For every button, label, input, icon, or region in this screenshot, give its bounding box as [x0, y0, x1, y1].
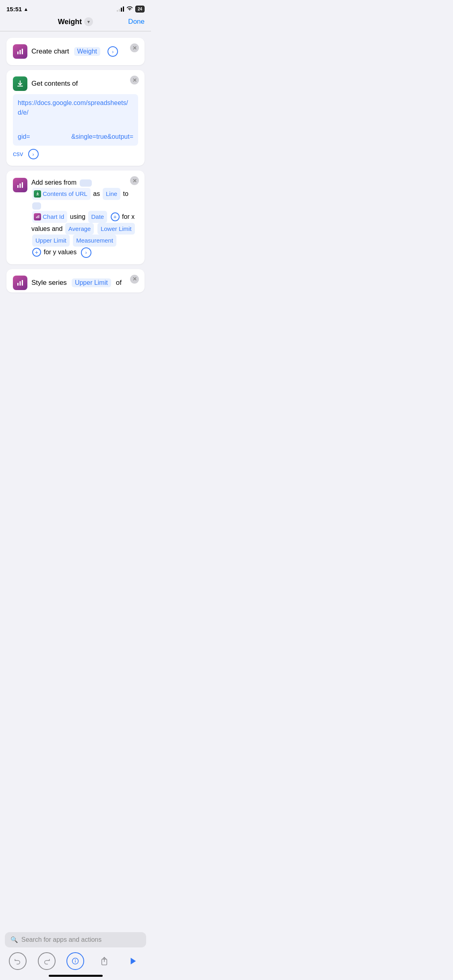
- card1-close-button[interactable]: ✕: [130, 43, 139, 52]
- chart-app-icon: [13, 44, 27, 59]
- contents-of-url-token[interactable]: Contents of URL: [32, 188, 91, 200]
- svg-rect-1: [20, 50, 21, 54]
- card2-arrow-icon[interactable]: ›: [28, 149, 39, 159]
- nav-chevron-icon[interactable]: ▾: [84, 17, 93, 26]
- nav-title[interactable]: Weight ▾: [58, 17, 93, 26]
- chart-id-token[interactable]: Chart Id: [32, 211, 67, 223]
- svg-rect-4: [17, 185, 19, 188]
- create-chart-card: Create chart Weight › ✕: [6, 38, 145, 65]
- url-csv: csv: [13, 149, 23, 159]
- style-series-label: Style series: [31, 279, 67, 287]
- main-scroll-area: Create chart Weight › ✕ Get contents of …: [0, 31, 151, 292]
- svg-rect-5: [20, 183, 21, 188]
- line-token[interactable]: Line: [103, 188, 120, 200]
- card3-arrow-icon[interactable]: ›: [81, 247, 91, 258]
- card3-close-button[interactable]: ✕: [130, 176, 139, 185]
- add-series-label: Add series from: [31, 179, 77, 186]
- style-series-card: Style series Upper Limit of ✕: [6, 269, 145, 292]
- svg-rect-11: [17, 283, 19, 286]
- url-text: https://docs.google.com/spreadsheets/d/e…: [18, 99, 128, 116]
- y-plus-button[interactable]: +: [32, 248, 41, 257]
- chart-id-icon: [34, 213, 41, 220]
- wifi-icon: [126, 6, 133, 12]
- svg-rect-10: [38, 215, 39, 218]
- add-series-app-icon: [13, 178, 27, 192]
- lower-limit-token[interactable]: Lower Limit: [97, 223, 135, 235]
- nav-title-text: Weight: [58, 18, 82, 26]
- weight-token[interactable]: Weight: [74, 47, 101, 56]
- svg-rect-2: [22, 49, 23, 54]
- get-contents-label: Get contents of: [31, 80, 78, 88]
- create-chart-label: Create chart: [31, 47, 69, 56]
- time-label: 15:51: [6, 6, 22, 12]
- card4-close-button[interactable]: ✕: [130, 275, 139, 284]
- add-series-card: Add series from Contents of URL as Line …: [6, 171, 145, 264]
- svg-rect-6: [22, 182, 23, 188]
- average-token[interactable]: Average: [65, 223, 94, 235]
- nav-bar: Weight ▾ Done: [0, 15, 151, 31]
- blank-token-1: [80, 179, 92, 187]
- url-single: &single=true&output=: [71, 132, 133, 142]
- get-contents-card: Get contents of ✕ https://docs.google.co…: [6, 70, 145, 166]
- date-token[interactable]: Date: [88, 211, 108, 223]
- svg-rect-0: [17, 51, 19, 54]
- x-plus-button[interactable]: +: [111, 212, 120, 221]
- svg-rect-13: [22, 280, 23, 286]
- signal-bars: [117, 7, 124, 12]
- status-icons: 24: [117, 6, 145, 12]
- status-time: 15:51 ▲: [6, 6, 28, 12]
- url-gid: gid=: [18, 132, 30, 142]
- download-app-icon: [13, 76, 27, 91]
- card2-close-button[interactable]: ✕: [130, 76, 139, 84]
- blank-token-2: [32, 202, 41, 210]
- svg-rect-12: [20, 281, 21, 286]
- style-series-app-icon: [13, 276, 27, 290]
- upper-limit-token[interactable]: Upper Limit: [32, 235, 70, 247]
- contents-url-icon: [34, 190, 41, 198]
- status-bar: 15:51 ▲ 24: [0, 0, 151, 15]
- url-body[interactable]: https://docs.google.com/spreadsheets/d/e…: [13, 94, 138, 146]
- card1-arrow-icon[interactable]: ›: [108, 46, 118, 57]
- navigation-icon: ▲: [23, 6, 28, 12]
- measurement-token[interactable]: Measurement: [73, 235, 116, 247]
- of-label: of: [116, 279, 122, 287]
- upper-limit-style-token[interactable]: Upper Limit: [72, 278, 111, 287]
- add-series-content: Add series from Contents of URL as Line …: [31, 177, 138, 258]
- svg-rect-3: [17, 86, 23, 86]
- done-button[interactable]: Done: [128, 18, 145, 26]
- svg-rect-8: [36, 217, 37, 218]
- svg-rect-9: [37, 216, 38, 218]
- svg-rect-7: [36, 195, 39, 196]
- battery-badge: 24: [135, 6, 145, 12]
